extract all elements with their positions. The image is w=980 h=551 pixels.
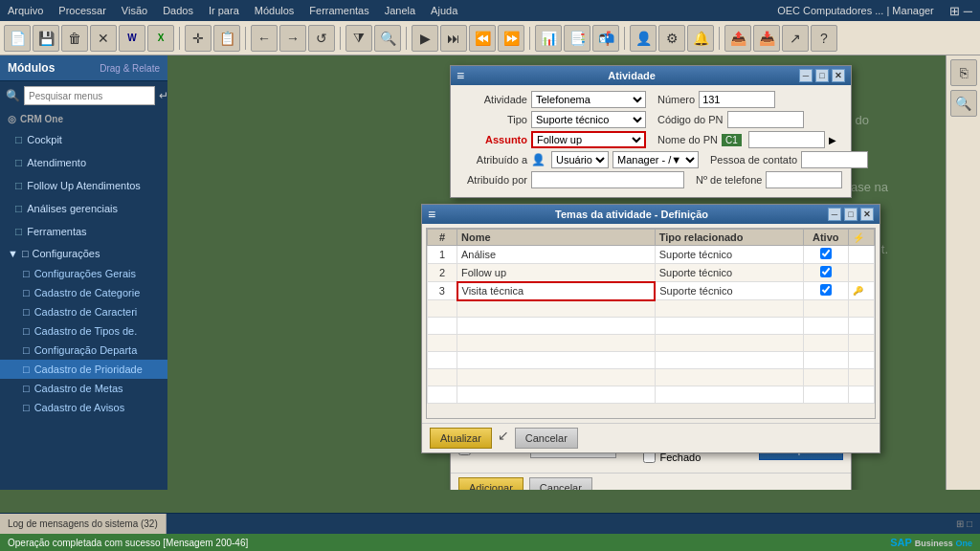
excel-btn[interactable]: X bbox=[147, 25, 174, 52]
close-btn[interactable]: ✕ bbox=[90, 25, 117, 52]
sidebar-item-cockpit[interactable]: □ Cockpit bbox=[0, 128, 167, 151]
menu-visao[interactable]: Visão bbox=[122, 5, 147, 16]
dialog-temas-controls: ─ □ ✕ bbox=[828, 208, 874, 221]
cell-add-3[interactable]: 🔑 bbox=[848, 282, 874, 300]
sidebar-sub-cadastro-caracteri[interactable]: □ Cadastro de Caracteri bbox=[0, 302, 167, 321]
filter-btn[interactable]: ⧩ bbox=[345, 25, 372, 52]
select-tipo[interactable]: Suporte técnico bbox=[531, 111, 646, 128]
tb9[interactable]: 📊 bbox=[535, 25, 562, 52]
log-tab[interactable]: Log de mensagens do sistema (32) bbox=[0, 514, 167, 534]
cell-ativo-1[interactable] bbox=[803, 246, 848, 264]
tb13[interactable]: ⚙ bbox=[658, 25, 685, 52]
sidebar-sub-cadastro-categorias[interactable]: □ Cadastro de Categorie bbox=[0, 283, 167, 302]
tb6[interactable]: ⏭ bbox=[440, 25, 467, 52]
input-atribuido-por[interactable] bbox=[531, 171, 684, 188]
label-nome-pn: Nome do PN bbox=[657, 134, 718, 145]
main-content: tiva do n base na bit. ≡ Atividade ─ □ ✕… bbox=[167, 55, 946, 490]
dialog-atividade-maximize[interactable]: □ bbox=[815, 69, 829, 82]
word-btn[interactable]: W bbox=[119, 25, 145, 52]
menu-ajuda[interactable]: Ajuda bbox=[431, 5, 457, 16]
back-btn[interactable]: ← bbox=[251, 25, 278, 52]
sidebar-item-atendimento[interactable]: □ Atendimento bbox=[0, 151, 167, 174]
copy-btn[interactable]: 📋 bbox=[213, 25, 240, 52]
delete-btn[interactable]: 🗑 bbox=[61, 25, 88, 52]
tb10[interactable]: 📑 bbox=[564, 25, 590, 52]
menu-janela[interactable]: Janela bbox=[385, 5, 415, 16]
cell-ativo-3[interactable] bbox=[803, 282, 848, 300]
checkbox-ativo-1[interactable] bbox=[820, 248, 832, 259]
cell-ativo-2[interactable] bbox=[803, 264, 848, 282]
tb11[interactable]: 📬 bbox=[592, 25, 619, 52]
dialog-temas-maximize[interactable]: □ bbox=[844, 208, 858, 221]
tb8[interactable]: ⏩ bbox=[498, 25, 524, 52]
right-btn-copy[interactable]: ⎘ bbox=[950, 59, 977, 86]
right-btn-search[interactable]: 🔍 bbox=[950, 90, 977, 117]
window-controls[interactable]: ⊞ ─ bbox=[949, 4, 972, 18]
new-btn[interactable]: 📄 bbox=[4, 25, 31, 52]
cell-nome-2[interactable]: Follow up bbox=[457, 264, 656, 282]
input-codigo-pn[interactable] bbox=[727, 111, 804, 128]
sidebar-item-analises[interactable]: □ Análises gerenciais bbox=[0, 197, 167, 220]
input-numero[interactable] bbox=[699, 91, 775, 108]
search-btn[interactable]: 🔍 bbox=[374, 25, 401, 52]
menu-arquivo[interactable]: Arquivo bbox=[8, 5, 43, 16]
sidebar-item-configuracoes[interactable]: ▼ □ Configurações bbox=[0, 243, 167, 264]
cursor-indicator: ↙ bbox=[498, 428, 509, 449]
cci-icon: □ bbox=[23, 306, 30, 318]
input-nr-telefone[interactable] bbox=[766, 171, 842, 188]
input-nome-pn[interactable] bbox=[748, 131, 825, 148]
sidebar-search-input[interactable] bbox=[24, 86, 155, 105]
dialog-temas-close[interactable]: ✕ bbox=[860, 208, 874, 221]
forward-btn[interactable]: → bbox=[279, 25, 306, 52]
select-assunto[interactable]: Follow up bbox=[531, 131, 646, 148]
sidebar-search-btn[interactable]: ↵ bbox=[159, 89, 167, 102]
tb5[interactable]: ▶ bbox=[412, 25, 438, 52]
cancelar-temas-button[interactable]: Cancelar bbox=[515, 428, 578, 449]
dialog-atividade-hamburger[interactable]: ≡ bbox=[457, 68, 464, 83]
sidebar-sub-cadastro-prioridade[interactable]: □ Cadastro de Prioridade bbox=[0, 360, 167, 379]
input-pessoa-contato[interactable] bbox=[801, 151, 868, 168]
checkbox-ativo-2[interactable] bbox=[820, 266, 832, 277]
add-row-icon[interactable]: ⚡ bbox=[853, 232, 864, 243]
menu-processar[interactable]: Processar bbox=[58, 5, 106, 16]
tb18[interactable]: ? bbox=[811, 25, 837, 52]
dialog-atividade-close[interactable]: ✕ bbox=[832, 69, 845, 82]
sidebar-sub-config-departa[interactable]: □ Configuração Departa bbox=[0, 341, 167, 360]
dialog-temas-minimize[interactable]: ─ bbox=[828, 208, 841, 221]
tb15[interactable]: 📤 bbox=[724, 25, 751, 52]
toolbar-sep7 bbox=[719, 27, 720, 50]
tb7[interactable]: ⏪ bbox=[469, 25, 496, 52]
cell-nome-3[interactable]: Visita técnica bbox=[457, 282, 656, 300]
tb16[interactable]: 📥 bbox=[753, 25, 780, 52]
menu-ferramentas[interactable]: Ferramentas bbox=[309, 5, 368, 16]
sidebar-sub-cadastro-avisos[interactable]: □ Cadastro de Avisos bbox=[0, 398, 167, 417]
sidebar-sub-cadastro-tipos[interactable]: □ Cadastro de Tipos de. bbox=[0, 321, 167, 341]
sidebar-item-ferramentas[interactable]: □ Ferramentas bbox=[0, 220, 167, 243]
select-atividade[interactable]: Telefonema bbox=[531, 91, 646, 108]
menu-modulos[interactable]: Módulos bbox=[255, 5, 295, 16]
tb12[interactable]: 👤 bbox=[630, 25, 657, 52]
cancelar-atividade-button[interactable]: Cancelar bbox=[529, 477, 592, 490]
select-usuario[interactable]: Usuário bbox=[551, 151, 609, 168]
tb17[interactable]: ↗ bbox=[782, 25, 809, 52]
atualizar-button[interactable]: Atualizar bbox=[430, 428, 492, 449]
checkbox-ativo-3[interactable] bbox=[820, 284, 832, 296]
adicionar-button[interactable]: Adicionar bbox=[458, 477, 523, 490]
menu-irpara[interactable]: Ir para bbox=[209, 5, 239, 16]
nome-pn-expand[interactable]: ▶ bbox=[829, 135, 836, 145]
sidebar-sub-cadastro-metas[interactable]: □ Cadastro de Metas bbox=[0, 379, 167, 398]
select-manager[interactable]: Manager - /▼ bbox=[612, 151, 699, 168]
sidebar-item-followup[interactable]: □ Follow Up Atendimentos bbox=[0, 174, 167, 197]
crosshair-btn[interactable]: ✛ bbox=[185, 25, 212, 52]
dialog-atividade-minimize[interactable]: ─ bbox=[799, 69, 813, 82]
table-row-empty bbox=[428, 300, 875, 318]
dialog-temas-hamburger[interactable]: ≡ bbox=[428, 207, 435, 222]
refresh-btn[interactable]: ↺ bbox=[308, 25, 335, 52]
status-message: Operação completada com sucesso [Mensage… bbox=[8, 538, 248, 548]
sidebar-sub-config-gerais[interactable]: □ Configurações Gerais bbox=[0, 264, 167, 283]
status-bar: Operação completada com sucesso [Mensage… bbox=[0, 534, 980, 551]
menu-dados[interactable]: Dados bbox=[163, 5, 193, 16]
cell-nome-1[interactable]: Análise bbox=[457, 246, 656, 264]
save-btn[interactable]: 💾 bbox=[33, 25, 59, 52]
tb14[interactable]: 🔔 bbox=[687, 25, 714, 52]
